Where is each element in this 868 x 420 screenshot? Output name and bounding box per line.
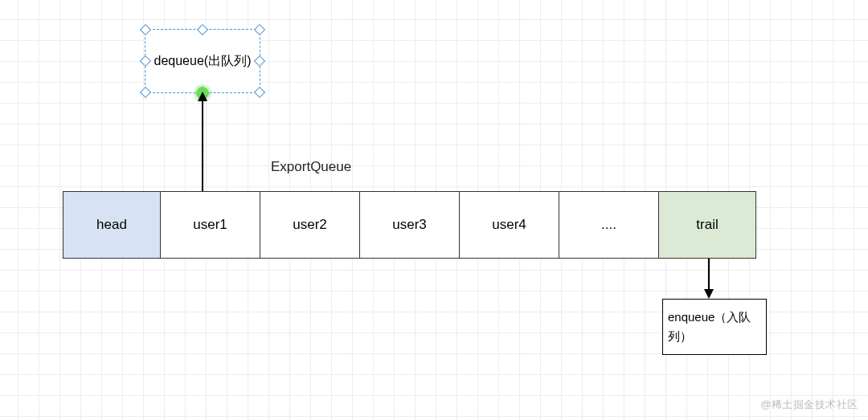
- queue-cell: user1: [160, 191, 260, 259]
- queue-cell: ....: [559, 191, 659, 259]
- enqueue-arrow: [708, 259, 710, 297]
- dequeue-label: dequeue(出队列): [154, 53, 252, 70]
- queue-cell-label: user3: [392, 217, 427, 233]
- selection-handle-icon[interactable]: [197, 24, 208, 35]
- selection-handle-icon[interactable]: [254, 55, 265, 67]
- enqueue-box[interactable]: enqueue（入队列）: [662, 299, 767, 355]
- queue-head-label: head: [96, 217, 127, 233]
- dequeue-arrow: [202, 93, 203, 191]
- queue-row: head user1 user2 user3 user4 .... trail: [63, 191, 756, 259]
- queue-cell: user2: [260, 191, 360, 259]
- queue-cell: user3: [359, 191, 460, 259]
- selection-handle-icon[interactable]: [254, 87, 265, 98]
- queue-cell-label: user1: [193, 217, 227, 233]
- queue-cell-label: ....: [601, 217, 616, 233]
- selection-handle-icon[interactable]: [140, 55, 151, 67]
- queue-cell: user4: [459, 191, 559, 259]
- queue-head-cell: head: [63, 191, 161, 259]
- selection-handle-icon[interactable]: [140, 87, 151, 98]
- watermark-text: @稀土掘金技术社区: [760, 398, 858, 412]
- queue-trail-label: trail: [696, 217, 718, 233]
- queue-cell-label: user2: [293, 217, 327, 233]
- queue-trail-cell: trail: [658, 191, 756, 259]
- queue-cell-label: user4: [492, 217, 526, 233]
- selection-handle-icon[interactable]: [254, 24, 265, 35]
- selection-handle-icon[interactable]: [140, 24, 151, 35]
- diagram-canvas: dequeue(出队列) ExportQueue head user1 user…: [0, 0, 868, 420]
- queue-title: ExportQueue: [271, 159, 351, 175]
- enqueue-label: enqueue（入队列）: [668, 308, 761, 346]
